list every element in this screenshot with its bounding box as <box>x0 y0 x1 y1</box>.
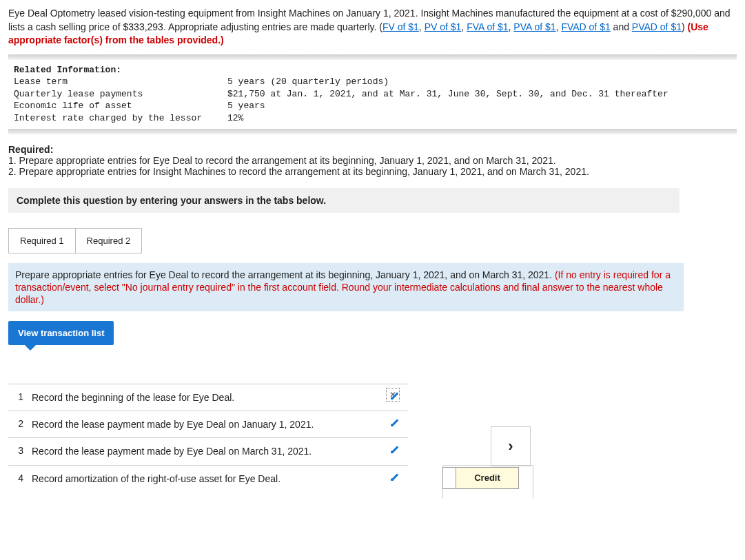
credit-label: Credit <box>456 467 519 489</box>
instruction-box: Complete this question by entering your … <box>8 188 680 213</box>
prompt-text: Prepare appropriate entries for Eye Deal… <box>15 269 555 280</box>
info-block: Related Information: Lease term 5 years … <box>8 54 737 134</box>
pencil-icon[interactable] <box>386 445 402 457</box>
view-transaction-list-button[interactable]: View transaction list <box>8 321 114 345</box>
list-item[interactable]: 4 Record amortization of the right-of-us… <box>8 465 408 492</box>
link-fva[interactable]: FVA of $1 <box>467 21 508 32</box>
info-row: Lease term 5 years (20 quarterly periods… <box>14 76 731 88</box>
info-heading: Related Information: <box>14 64 731 76</box>
list-item[interactable]: 1 Record the beginning of the lease for … <box>8 384 408 411</box>
list-item[interactable]: 2 Record the lease payment made by Eye D… <box>8 411 408 437</box>
info-row: Interest rate charged by the lessor 12% <box>14 112 731 125</box>
pencil-icon[interactable] <box>386 418 402 430</box>
divider-bar-top <box>8 54 737 60</box>
prompt-box: Prepare appropriate entries for Eye Deal… <box>8 263 684 312</box>
credit-header-cell: Credit <box>442 467 519 489</box>
divider-bar-bottom <box>8 129 737 134</box>
link-pvad[interactable]: PVAD of $1 <box>632 21 682 32</box>
info-row: Quarterly lease payments $21,750 at Jan.… <box>14 88 731 101</box>
link-pva[interactable]: PVA of $1 <box>513 21 555 32</box>
list-item[interactable]: 3 Record the lease payment made by Eye D… <box>8 437 408 464</box>
tab-required-1[interactable]: Required 1 <box>8 228 76 253</box>
problem-statement: Eye Deal Optometry leased vision-testing… <box>8 7 737 48</box>
link-pv[interactable]: PV of $1 <box>425 21 462 32</box>
required-title: Required: <box>8 144 737 155</box>
link-fvad[interactable]: FVAD of $1 <box>561 21 610 32</box>
next-button[interactable]: › <box>491 426 531 466</box>
info-row: Economic life of asset 5 years <box>14 100 731 112</box>
transaction-list: 1 Record the beginning of the lease for … <box>8 384 408 492</box>
transaction-area: ✕ › 1 Record the beginning of the lease … <box>8 384 546 492</box>
required-section: Required: 1. Prepare appropriate entries… <box>8 144 737 177</box>
required-1: 1. Prepare appropriate entries for Eye D… <box>8 155 737 166</box>
pencil-icon[interactable] <box>386 473 402 484</box>
tabs: Required 1 Required 2 <box>8 228 737 253</box>
link-fv[interactable]: FV of $1 <box>382 21 419 32</box>
tab-required-2[interactable]: Required 2 <box>76 228 143 253</box>
required-2: 2. Prepare appropriate entries for Insig… <box>8 166 737 177</box>
